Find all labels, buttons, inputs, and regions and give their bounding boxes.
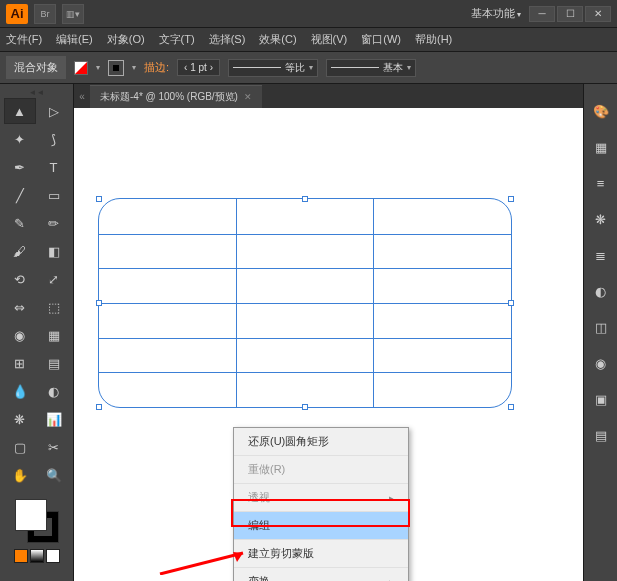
- transparency-panel-icon[interactable]: ◫: [592, 318, 610, 336]
- ctx-clipping-mask[interactable]: 建立剪切蒙版: [234, 540, 408, 568]
- graph-tool[interactable]: 📊: [39, 407, 69, 431]
- app-logo-icon: Ai: [6, 4, 28, 24]
- menu-bar: 文件(F) 编辑(E) 对象(O) 文字(T) 选择(S) 效果(C) 视图(V…: [0, 28, 617, 52]
- swatches-panel-icon[interactable]: ▦: [592, 138, 610, 156]
- blend-tool[interactable]: ◐: [39, 379, 69, 403]
- selection-handle[interactable]: [508, 300, 514, 306]
- symbols-panel-icon[interactable]: ❋: [592, 210, 610, 228]
- perspective-tool[interactable]: ▦: [39, 323, 69, 347]
- artboard-tool[interactable]: ▢: [5, 435, 35, 459]
- selection-tool[interactable]: ▲: [5, 99, 35, 123]
- stroke-panel-icon[interactable]: ≣: [592, 246, 610, 264]
- hand-tool[interactable]: ✋: [5, 463, 35, 487]
- type-tool[interactable]: T: [39, 155, 69, 179]
- dropdown-icon[interactable]: ▾: [96, 63, 100, 72]
- menu-effect[interactable]: 效果(C): [259, 32, 296, 47]
- menu-select[interactable]: 选择(S): [209, 32, 246, 47]
- brush-selector[interactable]: 基本▾: [326, 59, 416, 77]
- menu-view[interactable]: 视图(V): [311, 32, 348, 47]
- direct-selection-tool[interactable]: ▷: [39, 99, 69, 123]
- gradient-mode[interactable]: [30, 549, 44, 563]
- fill-box[interactable]: [15, 499, 47, 531]
- lasso-tool[interactable]: ⟆: [39, 127, 69, 151]
- pencil-tool[interactable]: ✏: [39, 211, 69, 235]
- stroke-width-selector[interactable]: ‹ 1 pt ›: [177, 59, 220, 76]
- graphic-styles-panel-icon[interactable]: ▣: [592, 390, 610, 408]
- ctx-undo[interactable]: 还原(U)圆角矩形: [234, 428, 408, 456]
- minimize-button[interactable]: ─: [529, 6, 555, 22]
- menu-help[interactable]: 帮助(H): [415, 32, 452, 47]
- tab-nav-icon[interactable]: «: [74, 91, 90, 102]
- stroke-label: 描边:: [144, 60, 169, 75]
- pen-tool[interactable]: ✒: [5, 155, 35, 179]
- eraser-tool[interactable]: ◧: [39, 239, 69, 263]
- color-mode[interactable]: [14, 549, 28, 563]
- brushes-panel-icon[interactable]: ≡: [592, 174, 610, 192]
- none-mode[interactable]: [46, 549, 60, 563]
- selection-label: 混合对象: [6, 56, 66, 79]
- fill-stroke-control[interactable]: [13, 497, 61, 545]
- rectangle-tool[interactable]: ▭: [39, 183, 69, 207]
- dropdown-icon[interactable]: ▾: [132, 63, 136, 72]
- blob-brush-tool[interactable]: 🖌: [5, 239, 35, 263]
- selection-handle[interactable]: [96, 300, 102, 306]
- close-button[interactable]: ✕: [585, 6, 611, 22]
- selection-handle[interactable]: [302, 404, 308, 410]
- stroke-profile-selector[interactable]: 等比▾: [228, 59, 318, 77]
- selection-handle[interactable]: [96, 196, 102, 202]
- gradient-panel-icon[interactable]: ◐: [592, 282, 610, 300]
- panel-collapse-icon[interactable]: ◄◄: [33, 88, 41, 97]
- stroke-swatch[interactable]: [108, 60, 124, 76]
- fill-swatch[interactable]: [74, 61, 88, 75]
- gradient-tool[interactable]: ▤: [39, 351, 69, 375]
- tools-panel: ◄◄ ▲ ▷ ✦ ⟆ ✒ T ╱ ▭ ✎ ✏ 🖌 ◧ ⟲ ⤢ ⇔ ⬚ ◉ ▦ ⊞…: [0, 84, 74, 581]
- ctx-transform[interactable]: 变换▸: [234, 568, 408, 581]
- appearance-panel-icon[interactable]: ◉: [592, 354, 610, 372]
- selected-object[interactable]: [98, 198, 512, 408]
- menu-file[interactable]: 文件(F): [6, 32, 42, 47]
- mesh-tool[interactable]: ⊞: [5, 351, 35, 375]
- ctx-redo: 重做(R): [234, 456, 408, 484]
- control-bar: 混合对象 ▾ ▾ 描边: ‹ 1 pt › 等比▾ 基本▾: [0, 52, 617, 84]
- ctx-perspective: 透视▸: [234, 484, 408, 512]
- rotate-tool[interactable]: ⟲: [5, 267, 35, 291]
- ctx-group[interactable]: 编组: [234, 512, 408, 540]
- selection-handle[interactable]: [508, 404, 514, 410]
- layers-panel-icon[interactable]: ▤: [592, 426, 610, 444]
- tab-close-icon[interactable]: ✕: [244, 92, 252, 102]
- right-panels: 🎨 ▦ ≡ ❋ ≣ ◐ ◫ ◉ ▣ ▤: [583, 84, 617, 581]
- workspace-selector[interactable]: 基本功能: [471, 6, 521, 21]
- maximize-button[interactable]: ☐: [557, 6, 583, 22]
- menu-window[interactable]: 窗口(W): [361, 32, 401, 47]
- shape-builder-tool[interactable]: ◉: [5, 323, 35, 347]
- line-tool[interactable]: ╱: [5, 183, 35, 207]
- symbol-sprayer-tool[interactable]: ❋: [5, 407, 35, 431]
- scale-tool[interactable]: ⤢: [39, 267, 69, 291]
- slice-tool[interactable]: ✂: [39, 435, 69, 459]
- zoom-tool[interactable]: 🔍: [39, 463, 69, 487]
- context-menu: 还原(U)圆角矩形 重做(R) 透视▸ 编组 建立剪切蒙版 变换▸: [233, 427, 409, 581]
- menu-text[interactable]: 文字(T): [159, 32, 195, 47]
- color-panel-icon[interactable]: 🎨: [592, 102, 610, 120]
- menu-object[interactable]: 对象(O): [107, 32, 145, 47]
- magic-wand-tool[interactable]: ✦: [5, 127, 35, 151]
- layout-button[interactable]: ▥▾: [62, 4, 84, 24]
- selection-handle[interactable]: [96, 404, 102, 410]
- selection-handle[interactable]: [508, 196, 514, 202]
- menu-edit[interactable]: 编辑(E): [56, 32, 93, 47]
- eyedropper-tool[interactable]: 💧: [5, 379, 35, 403]
- width-tool[interactable]: ⇔: [5, 295, 35, 319]
- bridge-button[interactable]: Br: [34, 4, 56, 24]
- document-tab[interactable]: 未标题-4* @ 100% (RGB/预览)✕: [90, 85, 262, 108]
- free-transform-tool[interactable]: ⬚: [39, 295, 69, 319]
- selection-handle[interactable]: [302, 196, 308, 202]
- paintbrush-tool[interactable]: ✎: [5, 211, 35, 235]
